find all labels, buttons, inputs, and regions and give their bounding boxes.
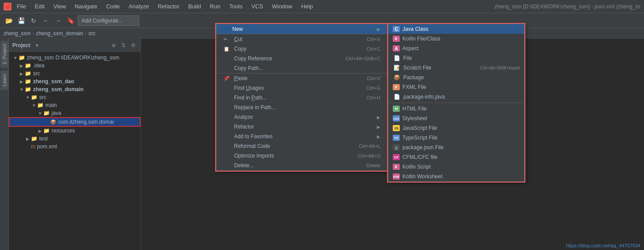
ctx-item-optimize[interactable]: Optimize Imports Ctrl+Alt+O	[216, 151, 387, 161]
html-icon: H	[393, 106, 400, 112]
tree-arrow-pkg: ▶	[44, 120, 50, 125]
ctx-item-paste[interactable]: 📌 Paste Ctrl+V	[216, 74, 387, 83]
menu-vcs[interactable]: VCS	[248, 0, 267, 13]
tree-item-main[interactable]: ▼ 📁 main	[9, 101, 141, 109]
sub-item-file[interactable]: 📄 File	[388, 53, 524, 63]
tree-label-src: src	[33, 70, 40, 77]
panel-actions: ⊕ ⇅ ⚙	[110, 41, 137, 49]
refresh-button[interactable]: ↻	[28, 15, 39, 26]
menu-refactor[interactable]: Refactor	[154, 0, 183, 13]
title-bar: 🔴 File Edit View Navigate Code Analyze R…	[0, 0, 644, 13]
kotlin-script-icon: K	[393, 164, 400, 170]
ctx-item-new[interactable]: New ▶	[216, 24, 387, 34]
tree-arrow-idea: ▶	[19, 63, 25, 68]
tree-arrow-src: ▶	[19, 71, 25, 76]
menu-file[interactable]: File	[13, 0, 30, 13]
run-config-dropdown[interactable]: Add Configurati...	[78, 15, 139, 26]
tree-item-domain[interactable]: ▼ 📁 zheng_ssm_domain	[9, 85, 141, 93]
back-button[interactable]: ←	[41, 15, 51, 26]
sub-item-ts[interactable]: TS TypeScript File	[388, 133, 524, 143]
menu-view[interactable]: View	[50, 0, 69, 13]
tree-arrow-test: ▶	[25, 136, 31, 141]
ctx-refactor-label: Refactor	[234, 124, 254, 130]
panel-add-btn[interactable]: ⊕	[110, 41, 118, 49]
open-folder-button[interactable]: 📂	[4, 15, 14, 26]
sub-item-package[interactable]: 📦 Package	[388, 73, 524, 82]
sub-item-kotlin-script[interactable]: K Kotlin Script	[388, 162, 524, 172]
ctx-item-find-path[interactable]: Find in Path... Ctrl+H	[216, 93, 387, 103]
sub-item-js[interactable]: JS JavaScript File	[388, 123, 524, 133]
sub-item-pkg-info[interactable]: 📄 package-info.java	[388, 92, 524, 102]
sub-item-java-class[interactable]: C Java Class	[388, 24, 524, 34]
tree-label-resources: resources	[52, 128, 75, 134]
tree-item-pom[interactable]: ▶ m pom.xml	[9, 143, 141, 151]
pkg-json-icon: {}	[393, 144, 400, 151]
breadcrumb-part-3[interactable]: src	[89, 30, 96, 37]
ctx-item-analyze[interactable]: Analyze ▶	[216, 112, 387, 122]
sub-label-file: File	[403, 55, 412, 61]
ctx-find-usages-shortcut: Ctrl+G	[366, 85, 380, 91]
ctx-item-delete[interactable]: Delete... Delete	[216, 161, 387, 170]
sub-item-kotlin-class[interactable]: K Kotlin File/Class	[388, 34, 524, 44]
sub-item-html[interactable]: H HTML File	[388, 104, 524, 114]
menu-navigate[interactable]: Navigate	[71, 0, 101, 13]
tree-item-src[interactable]: ▶ 📁 src	[9, 70, 141, 77]
sub-item-cfml[interactable]: CF CFML/CFC file	[388, 152, 524, 162]
sub-item-aspect[interactable]: A Aspect	[388, 44, 524, 53]
ctx-cut-shortcut: Ctrl+X	[367, 37, 380, 42]
menu-window[interactable]: Window	[268, 0, 296, 13]
ctx-item-replace-path[interactable]: Replace in Path...	[216, 103, 387, 112]
menu-edit[interactable]: Edit	[31, 0, 48, 13]
tree-item-idea[interactable]: ▶ 📁 .idea	[9, 62, 141, 70]
sub-item-scratch[interactable]: 📝 Scratch File Ctrl+Alt+Shift+Insert	[388, 63, 524, 73]
tree-label-pom: pom.xml	[37, 143, 57, 150]
sub-item-pkg-json[interactable]: {} package.json File	[388, 143, 524, 152]
tree-item-package[interactable]: ▶ 📦 com.itzheng.ssm.domai	[9, 117, 141, 127]
save-button[interactable]: 💾	[16, 15, 26, 26]
menu-code[interactable]: Code	[103, 0, 123, 13]
ctx-item-copy-ref[interactable]: Copy Reference Ctrl+Alt+Shift+C	[216, 54, 387, 63]
forward-button[interactable]: →	[53, 15, 63, 26]
tree-item-java[interactable]: ▼ 📁 java	[9, 109, 141, 117]
panel-title: Project	[12, 42, 30, 48]
tree-item-dao[interactable]: ▶ 📁 zheng_ssm_dao	[9, 77, 141, 85]
file-icon: 📄	[393, 55, 401, 61]
tree-item-test[interactable]: ▶ 📁 test	[9, 135, 141, 143]
menu-build[interactable]: Build	[185, 0, 205, 13]
tree-item-resources[interactable]: ▶ 📁 resources	[9, 127, 141, 135]
tree-label-root: zheng_ssm D:\IDEAWORK\zheng_ssm	[27, 55, 119, 61]
ctx-item-copy-path[interactable]: Copy Path...	[216, 63, 387, 73]
kotlin-class-icon: K	[393, 36, 400, 42]
breadcrumb-part-1[interactable]: zheng_ssm	[4, 30, 30, 37]
ctx-item-refactor[interactable]: Refactor ▶	[216, 122, 387, 132]
side-tab-project[interactable]: 1: Project	[0, 40, 8, 68]
menu-tools[interactable]: Tools	[226, 0, 246, 13]
menu-run[interactable]: Run	[206, 0, 224, 13]
tree-arrow-domain: ▼	[19, 87, 25, 92]
panel-gear-btn[interactable]: ⚙	[129, 41, 137, 49]
panel-settings-btn[interactable]: ⇅	[119, 41, 127, 49]
menu-analyze[interactable]: Analyze	[125, 0, 153, 13]
ctx-new-arrow: ▶	[377, 27, 380, 32]
tree-item-root[interactable]: ▼ 📁 zheng_ssm D:\IDEAWORK\zheng_ssm	[9, 54, 141, 62]
ctx-optimize-shortcut: Ctrl+Alt+O	[358, 153, 380, 158]
tree-label-package: com.itzheng.ssm.domai	[58, 119, 114, 125]
tree-arrow-src-inner: ▼	[25, 95, 31, 100]
ctx-item-cut[interactable]: ✂ Cut Ctrl+X	[216, 34, 387, 44]
ctx-item-reformat[interactable]: Reformat Code Ctrl+Alt+L	[216, 141, 387, 151]
menu-help[interactable]: Help	[298, 0, 316, 13]
sub-label-fxml: FXML File	[402, 84, 426, 90]
tree-item-src-inner[interactable]: ▼ 📁 src	[9, 93, 141, 101]
bookmark-button[interactable]: 🔖	[65, 15, 76, 26]
ctx-item-favorites[interactable]: Add to Favorites ▶	[216, 132, 387, 141]
ctx-item-find-usages[interactable]: Find Usages Ctrl+G	[216, 83, 387, 93]
folder-icon-dao: 📁	[25, 78, 31, 85]
submenu-new: C Java Class K Kotlin File/Class A Aspec…	[388, 24, 525, 182]
sub-item-kotlin-worksheet[interactable]: KW Kotlin Worksheet	[388, 172, 524, 181]
breadcrumb-part-2[interactable]: zheng_ssm_domain	[36, 30, 83, 37]
ctx-item-copy[interactable]: 📋 Copy Ctrl+C	[216, 44, 387, 54]
sub-item-fxml[interactable]: F FXML File	[388, 82, 524, 92]
sub-item-css[interactable]: css Stylesheet	[388, 114, 524, 123]
side-tab-learn[interactable]: Learn	[0, 70, 8, 90]
ctx-find-path-label: Find in Path...	[234, 95, 267, 101]
